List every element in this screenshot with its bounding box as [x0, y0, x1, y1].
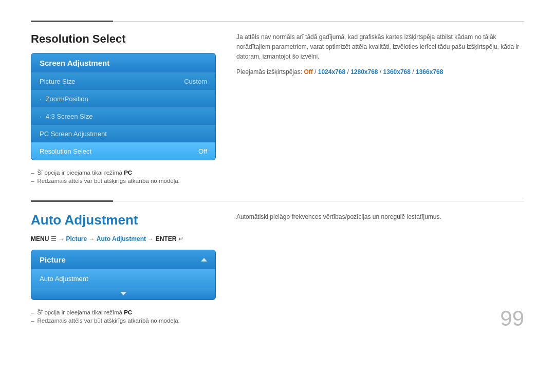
- picture-header: Picture: [31, 250, 215, 269]
- nav-picture: Picture: [66, 235, 87, 242]
- zoom-label: · Zoom/Position: [40, 95, 88, 103]
- menu-item-zoom[interactable]: · Zoom/Position: [31, 90, 215, 107]
- note3: – Šī opcija ir pieejama tikai režīmā PC: [31, 309, 216, 315]
- arrow2: →: [88, 235, 96, 242]
- note4: – Redzamais attēls var būt atšķirīgs atk…: [31, 318, 216, 324]
- avail-label: Pieejamās izšķirtspējas:: [236, 68, 304, 76]
- dash2: –: [31, 178, 34, 184]
- auto-adjustment-item[interactable]: Auto Adjustment: [31, 269, 215, 288]
- picture-footer: [31, 288, 215, 300]
- section1-notes: – Šī opcija ir pieejama tikai režīmā PC …: [31, 170, 216, 184]
- menu-item-43screen[interactable]: · 4:3 Screen Size: [31, 107, 215, 125]
- menu-item-resolution[interactable]: Resolution Select Off: [31, 142, 215, 160]
- section2-notes: – Šī opcija ir pieejama tikai režīmā PC …: [31, 309, 216, 324]
- note2-text: Redzamais attēls var būt atšķirīgs atkar…: [37, 178, 179, 184]
- enter-icon: ↵: [176, 235, 183, 242]
- note1-bold: PC: [124, 170, 132, 176]
- chevron-down-icon: [120, 292, 126, 295]
- note3-bold: PC: [124, 309, 132, 315]
- nav-autoadj: Auto Adjustment: [97, 235, 146, 242]
- picture-panel: Picture Auto Adjustment: [31, 250, 216, 300]
- dash3: –: [31, 309, 34, 315]
- section2-title: Auto Adjustment: [31, 212, 216, 228]
- section2-left: Auto Adjustment MENU ☰ → Picture → Auto …: [31, 212, 216, 326]
- page-number: 99: [500, 306, 524, 331]
- picture-size-label: Picture Size: [40, 78, 75, 85]
- note1-text: Šī opcija ir pieejama tikai režīmā PC: [37, 170, 132, 176]
- avail-1024: 1024x768: [318, 68, 345, 76]
- sep3: /: [378, 68, 383, 76]
- avail-1366: 1366x768: [416, 68, 443, 76]
- avail-sep: /: [313, 68, 318, 76]
- section2-right: Automātiski pielägo frekvences vērtības/…: [236, 212, 524, 326]
- section1-layout: Resolution Select Screen Adjustment Pict…: [31, 32, 524, 186]
- section1-title: Resolution Select: [31, 32, 216, 46]
- section1-description: Ja attēls nav normāls arī tādā gadījumā,…: [236, 32, 524, 62]
- menu-icon: ☰: [49, 235, 56, 242]
- resolution-label: Resolution Select: [40, 147, 91, 155]
- bullet-icon: ·: [40, 95, 42, 103]
- mid-divider-light: [113, 201, 524, 201]
- note2: – Redzamais attēls var būt atšķirīgs atk…: [31, 178, 216, 184]
- panel-header: Screen Adjustment: [31, 53, 215, 72]
- middle-divider: [31, 200, 524, 202]
- note1: – Šī opcija ir pieejama tikai režīmā PC: [31, 170, 216, 176]
- section1-right: Ja attēls nav normāls arī tādā gadījumā,…: [236, 32, 524, 186]
- avail-off: Off: [304, 68, 312, 76]
- arrow3: →: [147, 235, 155, 242]
- arrow1: →: [58, 235, 66, 242]
- menu-nav-line: MENU ☰ → Picture → Auto Adjustment → ENT…: [31, 235, 216, 242]
- menu-word: MENU: [31, 235, 49, 242]
- avail-1360: 1360x768: [383, 68, 411, 76]
- mid-divider-dark: [31, 200, 113, 202]
- divider-dark: [31, 21, 113, 22]
- available-resolutions: Pieejamās izšķirtspējas: Off / 1024x768 …: [236, 67, 524, 77]
- note4-text: Redzamais attēls var būt atšķirīgs atkar…: [37, 318, 179, 324]
- section1-left: Resolution Select Screen Adjustment Pict…: [31, 32, 216, 186]
- sep2: /: [345, 68, 350, 76]
- bullet-icon2: ·: [40, 113, 42, 120]
- screen-adjustment-panel: Screen Adjustment Picture Size Custom · …: [31, 53, 216, 160]
- avail-1280: 1280x768: [350, 68, 378, 76]
- menu-item-pc-screen[interactable]: PC Screen Adjustment: [31, 125, 215, 142]
- divider-light: [113, 21, 524, 22]
- section2-layout: Auto Adjustment MENU ☰ → Picture → Auto …: [31, 212, 524, 326]
- menu-item-picture-size[interactable]: Picture Size Custom: [31, 72, 215, 90]
- nav-enter: ENTER: [156, 235, 177, 242]
- note3-text: Šī opcija ir pieejama tikai režīmā PC: [37, 309, 132, 315]
- dash4: –: [31, 318, 34, 324]
- sep4: /: [411, 68, 416, 76]
- picture-size-value: Custom: [184, 78, 207, 85]
- section2-description: Automātiski pielägo frekvences vērtības/…: [236, 212, 524, 222]
- dash1: –: [31, 170, 34, 176]
- pc-screen-label: PC Screen Adjustment: [40, 130, 107, 138]
- 43screen-label: · 4:3 Screen Size: [40, 113, 92, 120]
- top-divider: [31, 21, 524, 22]
- picture-header-label: Picture: [40, 255, 66, 264]
- chevron-up-icon: [201, 258, 207, 262]
- auto-adjustment-label: Auto Adjustment: [40, 275, 88, 283]
- resolution-value: Off: [198, 147, 207, 155]
